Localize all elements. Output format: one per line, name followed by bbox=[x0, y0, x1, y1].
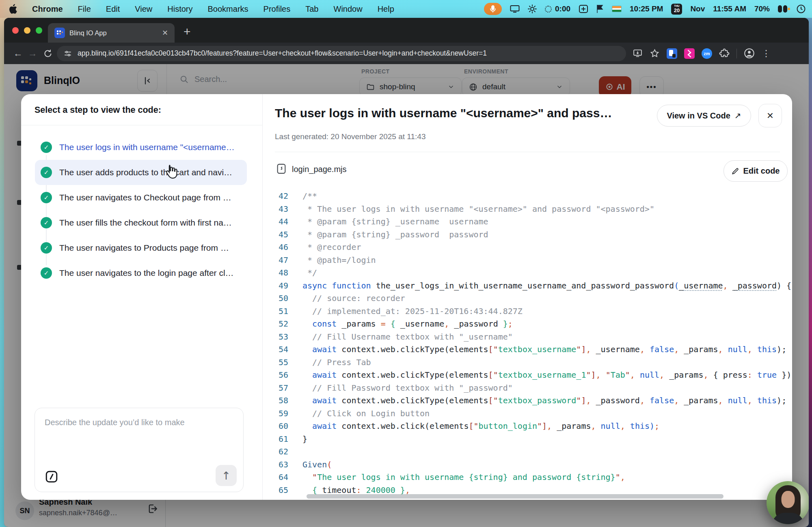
focus-timer-icon[interactable] bbox=[545, 6, 552, 13]
check-icon: ✓ bbox=[41, 217, 52, 228]
code-line: 51 // implemented_at: 2025-11-20T16:43:4… bbox=[263, 305, 792, 318]
extensions-puzzle-icon[interactable] bbox=[719, 48, 730, 59]
step-title: The user logs in with username "<usernam… bbox=[275, 106, 612, 120]
fullscreen-window-button[interactable] bbox=[36, 27, 42, 34]
steps-list: ✓The user logs in with username "<userna… bbox=[21, 135, 262, 286]
site-settings-icon[interactable] bbox=[63, 49, 72, 58]
panel-divider bbox=[21, 125, 262, 125]
code-line: 46 * @recorder bbox=[263, 241, 792, 254]
panel-divider bbox=[275, 152, 780, 152]
toolbar-divider bbox=[736, 49, 737, 58]
step-item[interactable]: ✓The user fills the checkout form with f… bbox=[35, 210, 247, 235]
horizontal-scrollbar[interactable] bbox=[307, 494, 723, 499]
line-content bbox=[288, 445, 302, 458]
line-content: * @recorder bbox=[288, 241, 361, 254]
menu-file[interactable]: File bbox=[78, 4, 91, 14]
line-number: 48 bbox=[263, 267, 288, 280]
display-icon[interactable] bbox=[510, 5, 520, 13]
send-button[interactable]: ↑ bbox=[216, 465, 237, 486]
line-content: await context.web.click(elements["button… bbox=[288, 420, 659, 433]
close-modal-button[interactable]: × bbox=[758, 104, 782, 127]
code-file-icon bbox=[276, 163, 287, 174]
india-flag-icon[interactable] bbox=[612, 6, 622, 12]
brightness-icon[interactable] bbox=[528, 4, 537, 13]
line-number: 56 bbox=[263, 369, 288, 382]
menu-view[interactable]: View bbox=[135, 4, 152, 14]
menu-history[interactable]: History bbox=[167, 4, 192, 14]
line-content: // Fill Password textbox with "_password… bbox=[288, 382, 513, 395]
code-line: 53 // Fill Username textbox with "_usern… bbox=[263, 331, 792, 344]
step-label: The user fills the checkout form with fi… bbox=[59, 218, 232, 228]
line-content: /** bbox=[288, 190, 317, 203]
close-window-button[interactable] bbox=[12, 27, 19, 34]
minimize-window-button[interactable] bbox=[24, 27, 30, 34]
update-composer[interactable]: Describe the update you’d like to make ↑ bbox=[35, 408, 244, 492]
code-line: 45 * @param {string} _password password bbox=[263, 228, 792, 241]
step-label: The user logs in with username "<usernam… bbox=[59, 142, 235, 152]
apple-logo-icon[interactable] bbox=[9, 4, 17, 14]
tab-strip: Blinq IO App ✕ + bbox=[4, 18, 809, 43]
screen-recording-mic-icon[interactable] bbox=[484, 3, 502, 15]
window-manager-icon[interactable] bbox=[579, 4, 588, 14]
step-label: The user navigates to Checkout page from… bbox=[59, 193, 231, 202]
menu-tab[interactable]: Tab bbox=[305, 4, 318, 14]
line-number: 59 bbox=[263, 407, 288, 420]
url-text[interactable]: app.blinq.io/691f41ecfa0c0e013cb47bc0/fe… bbox=[78, 49, 487, 58]
composer-placeholder: Describe the update you’d like to make bbox=[45, 418, 185, 427]
back-button[interactable]: ← bbox=[11, 48, 25, 59]
shortcut-flag-icon[interactable] bbox=[596, 4, 604, 13]
step-item[interactable]: ✓The user adds products to the cart and … bbox=[35, 160, 247, 185]
calendar-icon[interactable]: THU 20 bbox=[671, 4, 682, 15]
step-item[interactable]: ✓The user navigates to Checkout page fro… bbox=[35, 185, 247, 210]
password-extension-icon[interactable] bbox=[667, 48, 677, 59]
last-generated-text: Last generated: 20 November 2025 at 11:4… bbox=[275, 132, 425, 141]
browser-toolbar: ← → app.blinq.io/691f41ecfa0c0e013cb47bc… bbox=[4, 43, 809, 64]
step-item[interactable]: ✓The user logs in with username "<userna… bbox=[35, 135, 247, 160]
address-bar[interactable]: app.blinq.io/691f41ecfa0c0e013cb47bc0/fe… bbox=[57, 46, 626, 61]
bookmark-star-icon[interactable] bbox=[650, 48, 660, 58]
check-icon: ✓ bbox=[41, 267, 52, 279]
menu-window[interactable]: Window bbox=[334, 4, 363, 14]
line-content: // Press Tab bbox=[288, 356, 371, 369]
menu-edit[interactable]: Edit bbox=[106, 4, 120, 14]
line-number: 44 bbox=[263, 215, 288, 228]
view-in-vscode-button[interactable]: View in VS Code ↗ bbox=[657, 105, 751, 127]
screen: ChromeFileEditViewHistoryBookmarksProfil… bbox=[0, 0, 812, 527]
control-center-icon[interactable] bbox=[778, 5, 788, 13]
code-line: 63Given( bbox=[263, 458, 792, 471]
zoom-extension-icon[interactable]: zm bbox=[702, 48, 712, 59]
browser-tab[interactable]: Blinq IO App ✕ bbox=[48, 23, 175, 43]
pink-extension-icon[interactable] bbox=[684, 48, 695, 59]
menu-help[interactable]: Help bbox=[378, 4, 394, 14]
menu-chrome[interactable]: Chrome bbox=[32, 4, 63, 14]
edit-code-button[interactable]: Edit code bbox=[723, 160, 788, 182]
code-line: 54 await context.web.clickType(elements[… bbox=[263, 343, 792, 356]
menu-bookmarks[interactable]: Bookmarks bbox=[208, 4, 248, 14]
page-content: BlinqIO Search... PROJECT shop-blinq ENV… bbox=[4, 64, 809, 527]
profile-avatar-icon[interactable] bbox=[744, 48, 755, 59]
browser-menu-icon[interactable]: ⋮ bbox=[762, 48, 771, 58]
pencil-icon bbox=[731, 167, 739, 175]
check-icon: ✓ bbox=[41, 142, 52, 153]
code-lines[interactable]: 42/**43 * The user logs in with username… bbox=[263, 190, 792, 500]
close-tab-icon[interactable]: ✕ bbox=[162, 28, 168, 37]
code-line: 62 bbox=[263, 445, 792, 458]
slash-command-button[interactable] bbox=[43, 468, 60, 485]
clock-icon[interactable] bbox=[797, 4, 806, 13]
line-content: async function the_user_logs_in_with_use… bbox=[288, 280, 791, 293]
reload-button[interactable] bbox=[43, 49, 53, 58]
line-content: * @path=/login bbox=[288, 254, 376, 267]
step-item[interactable]: ✓The user navigates to Products page fro… bbox=[35, 235, 247, 260]
check-icon: ✓ bbox=[41, 242, 52, 254]
line-content: // Fill Username textbox with "_username… bbox=[288, 331, 513, 344]
code-line: 56 await context.web.clickType(elements[… bbox=[263, 369, 792, 382]
menu-profiles[interactable]: Profiles bbox=[263, 4, 291, 14]
webcam-avatar[interactable] bbox=[767, 481, 809, 524]
line-content: } bbox=[288, 433, 307, 446]
install-app-icon[interactable] bbox=[633, 48, 643, 58]
forward-button[interactable]: → bbox=[25, 48, 40, 59]
step-item[interactable]: ✓The user navigates to the login page af… bbox=[35, 260, 247, 286]
external-link-icon: ↗ bbox=[734, 111, 741, 120]
line-content: * The user logs in with username "<usern… bbox=[288, 203, 654, 216]
new-tab-button[interactable]: + bbox=[184, 25, 191, 39]
